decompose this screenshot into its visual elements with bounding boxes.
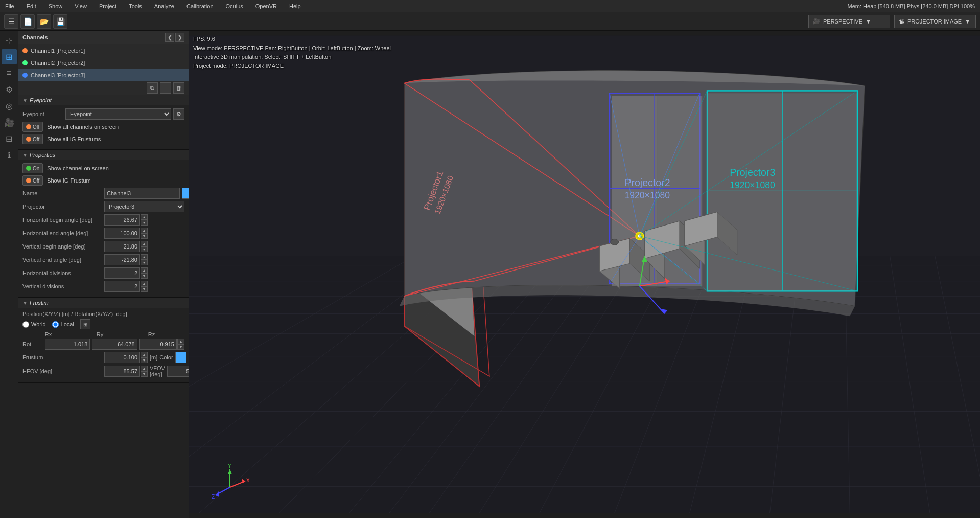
v-end-spin-down[interactable]: ▼ (141, 260, 148, 265)
projector-image-view-selector[interactable]: 📽 PROJECTOR IMAGE ▼ (894, 15, 976, 28)
v-end-row: Vertical end angle [deg] ▲ ▼ (22, 254, 184, 265)
nav-prev[interactable]: ❮ (165, 33, 174, 42)
menu-openvr[interactable]: OpenVR (252, 2, 280, 10)
menu-show[interactable]: Show (45, 2, 66, 10)
menu-edit[interactable]: Edit (24, 2, 39, 10)
properties-label: Properties (30, 152, 55, 158)
show-ig-indicator (26, 178, 31, 183)
menu-analyze[interactable]: Analyze (151, 2, 177, 10)
h-begin-input[interactable] (104, 214, 140, 226)
toggle-all-ig[interactable]: Off (22, 134, 43, 144)
h-end-spin-down[interactable]: ▼ (141, 233, 148, 239)
channel-item-3[interactable]: Channel3 [Projector3] (18, 69, 189, 81)
hfov-spin-down[interactable]: ▼ (141, 371, 148, 377)
v-div-label: Vertical divisions (22, 283, 104, 289)
menu-file[interactable]: File (2, 2, 17, 10)
local-radio[interactable] (52, 321, 59, 328)
sidebar-icon-tools[interactable]: ⚙ (2, 82, 17, 97)
frustum-spin-up[interactable]: ▲ (141, 352, 148, 357)
projector-select[interactable]: Projector3 (104, 201, 184, 212)
sidebar-icon-info[interactable]: ℹ (2, 147, 17, 163)
channel-1-dot (22, 48, 28, 53)
sidebar-icon-camera[interactable]: 🎥 (2, 115, 17, 130)
svg-text:Projector3: Projector3 (730, 167, 775, 178)
coord-config-btn[interactable]: ⊞ (80, 319, 90, 329)
v-begin-input[interactable] (104, 241, 140, 252)
h-end-spin-up[interactable]: ▲ (141, 228, 148, 233)
h-div-label: Horizontal divisions (22, 270, 104, 276)
h-div-input[interactable] (104, 267, 140, 279)
menu-oculus[interactable]: Oculus (223, 2, 246, 10)
sidebar-icon-select[interactable]: ⊹ (2, 33, 17, 48)
v-end-controls: ▲ ▼ (104, 254, 148, 265)
v-div-input[interactable] (104, 281, 140, 292)
h-begin-spin-up[interactable]: ▲ (141, 214, 148, 220)
properties-header[interactable]: ▼ Properties (18, 150, 189, 160)
nav-next[interactable]: ❯ (175, 33, 184, 42)
name-input[interactable] (104, 188, 180, 199)
toolbar-open-btn[interactable]: 📂 (37, 14, 51, 29)
hfov-spin-up[interactable]: ▲ (141, 366, 148, 371)
channel-item-2[interactable]: Channel2 [Projector2] (18, 57, 189, 69)
v-div-spin-up[interactable]: ▲ (141, 281, 148, 286)
frustum-color-swatch[interactable] (175, 352, 186, 363)
frustim-header[interactable]: ▼ Frustim (18, 298, 189, 308)
toolbar-new-btn[interactable]: 📄 (20, 14, 35, 29)
menu-tools[interactable]: Tools (126, 2, 145, 10)
show-channel-indicator (26, 166, 31, 171)
menu-calibration[interactable]: Calibration (183, 2, 217, 10)
menu-view[interactable]: View (72, 2, 90, 10)
frustum-unit-label: [m] (150, 354, 157, 361)
channel-color-swatch[interactable] (182, 188, 189, 199)
sidebar-icon-channels[interactable]: ⊞ (2, 49, 17, 64)
frustum-spin-down[interactable]: ▼ (141, 357, 148, 363)
eyepoint-config-btn[interactable]: ⚙ (173, 108, 184, 120)
channel-copy-btn[interactable]: ⧉ (147, 82, 158, 94)
chevron-down-icon: ▼ (866, 18, 871, 25)
menu-help[interactable]: Help (286, 2, 304, 10)
v-begin-spin-up[interactable]: ▲ (141, 241, 148, 246)
menubar: File Edit Show View Project Tools Analyz… (0, 0, 980, 12)
world-radio-label[interactable]: World (22, 321, 46, 328)
show-ig-off-btn[interactable]: Off (22, 175, 43, 186)
rot-z-spin-up[interactable]: ▲ (177, 339, 184, 344)
rot-z-spin-down[interactable]: ▼ (177, 344, 184, 350)
channel-2-name: Channel2 [Projector2] (31, 60, 184, 66)
fov-row: HFOV [deg] ▲ ▼ VFOV [deg] (22, 365, 184, 377)
rot-x-input[interactable] (45, 339, 90, 350)
v-div-spin-down[interactable]: ▼ (141, 286, 148, 292)
v-end-input[interactable] (104, 254, 140, 265)
toolbar-save-btn[interactable]: 💾 (53, 14, 67, 29)
channel-1-name: Channel1 [Projector1] (31, 48, 184, 54)
rot-y-input[interactable] (92, 339, 137, 350)
properties-subsection: ▼ Properties On Show channel on screen O (18, 150, 189, 298)
toggle-all-channels[interactable]: Off (22, 122, 43, 132)
show-channel-on-btn[interactable]: On (22, 163, 43, 173)
sidebar-icon-layers[interactable]: ≡ (2, 65, 17, 81)
eyepoint-header[interactable]: ▼ Eyepoint (18, 95, 189, 105)
color-label-text: Color (159, 354, 173, 361)
toolbar-menu-btn[interactable]: ☰ (4, 14, 18, 29)
eyepoint-select[interactable]: Eyepoint (65, 108, 171, 120)
h-div-spin-up[interactable]: ▲ (141, 267, 148, 273)
v-end-spin-up[interactable]: ▲ (141, 254, 148, 260)
sidebar-icon-grid[interactable]: ⊟ (2, 131, 17, 146)
h-div-spin-down[interactable]: ▼ (141, 273, 148, 279)
vfov-input[interactable] (167, 366, 189, 377)
channel-item-1[interactable]: Channel1 [Projector1] (18, 44, 189, 57)
perspective-view-selector[interactable]: 🎥 PERSPECTIVE ▼ (808, 15, 890, 28)
world-radio[interactable] (22, 321, 29, 328)
local-radio-label[interactable]: Local (52, 321, 74, 328)
v-begin-spin-down[interactable]: ▼ (141, 246, 148, 252)
sidebar-icon-eye[interactable]: ◎ (2, 98, 17, 114)
prop-on-label: On (33, 166, 39, 171)
h-end-input[interactable] (104, 228, 140, 239)
channel-settings-btn[interactable]: ≡ (160, 82, 171, 94)
frustum-input[interactable] (104, 352, 140, 363)
rot-z-input[interactable] (139, 339, 177, 350)
viewport[interactable]: FPS: 9.6 View mode: PERSPECTIVE Pan: Rig… (189, 31, 980, 518)
h-begin-spin-down[interactable]: ▼ (141, 220, 148, 226)
hfov-input[interactable] (104, 366, 140, 377)
menu-project[interactable]: Project (96, 2, 120, 10)
channel-delete-btn[interactable]: 🗑 (173, 82, 184, 94)
